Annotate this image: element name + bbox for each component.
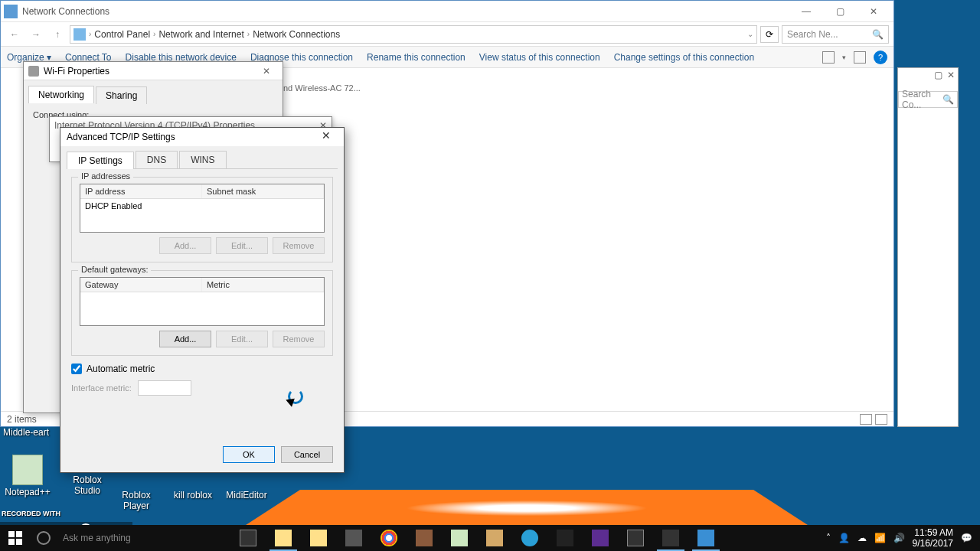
- view-options-icon[interactable]: [822, 51, 835, 64]
- search-icon: 🔍: [942, 94, 954, 105]
- close-button[interactable]: ✕: [255, 66, 278, 77]
- tray-chevron-icon[interactable]: ˄: [826, 533, 831, 543]
- refresh-button[interactable]: ⟳: [760, 26, 779, 43]
- svg-rect-2: [8, 539, 15, 545]
- crumb-control-panel[interactable]: Control Panel: [94, 29, 150, 40]
- tray-people-icon[interactable]: 👤: [838, 533, 850, 543]
- col-gateway[interactable]: Gateway: [80, 278, 202, 292]
- preview-pane-icon[interactable]: [854, 51, 866, 64]
- advanced-tcpip-dialog: Advanced TCP/IP Settings ✕ IP Settings D…: [60, 127, 345, 473]
- minimize-button[interactable]: —: [789, 2, 823, 21]
- col-metric[interactable]: Metric: [202, 278, 324, 292]
- close-button[interactable]: ✕: [315, 129, 338, 145]
- tab-dns[interactable]: DNS: [136, 151, 178, 168]
- help-icon[interactable]: ?: [874, 51, 887, 64]
- tray-volume-icon[interactable]: 🔊: [893, 533, 905, 543]
- details-view-icon[interactable]: [860, 414, 872, 425]
- task-view-button[interactable]: [231, 525, 265, 551]
- taskbar: Ask me anything ˄ 👤 ☁ 📶 🔊 11:59 AM 9/16/…: [0, 525, 980, 551]
- chevron-down-icon[interactable]: ▾: [842, 54, 846, 61]
- tab-sharing[interactable]: Sharing: [96, 86, 147, 104]
- taskbar-app-control-panel[interactable]: [689, 525, 723, 551]
- automatic-metric-label: Automatic metric: [87, 364, 155, 374]
- network-icon: [4, 5, 18, 18]
- desktop-icon-roblox-studio[interactable]: Roblox Studio: [63, 474, 112, 496]
- default-gateways-group: Default gateways: Gateway Metric Add... …: [71, 270, 333, 356]
- breadcrumb[interactable]: › Control Panel › Network and Internet ›…: [70, 25, 757, 44]
- tab-networking[interactable]: Networking: [28, 86, 94, 103]
- tab-ip-settings[interactable]: IP Settings: [67, 152, 134, 169]
- forward-button[interactable]: →: [27, 25, 45, 44]
- list-item[interactable]: DHCP Enabled: [80, 199, 324, 213]
- ip-addresses-list[interactable]: IP address Subnet mask DHCP Enabled: [80, 184, 325, 233]
- ip-remove-button: Remove: [273, 237, 325, 254]
- maximize-button[interactable]: ▢: [823, 2, 857, 21]
- taskbar-clock[interactable]: 11:59 AM 9/16/2017: [913, 527, 953, 549]
- taskbar-app-explorer[interactable]: [266, 525, 300, 551]
- taskbar-app-generic4[interactable]: [619, 525, 652, 551]
- cortana-search-input[interactable]: Ask me anything: [57, 533, 225, 543]
- ip-addresses-group: IP addresses IP address Subnet mask DHCP…: [71, 177, 333, 262]
- search-icon: 🔍: [872, 29, 884, 40]
- cancel-button[interactable]: Cancel: [281, 446, 333, 463]
- close-button[interactable]: ✕: [857, 2, 890, 21]
- dialog-titlebar[interactable]: Advanced TCP/IP Settings ✕: [60, 128, 344, 146]
- desktop-icon-kill-roblox[interactable]: kill roblox: [168, 490, 217, 500]
- desktop-icon-middle-earth[interactable]: Middle-eart: [2, 427, 51, 438]
- crumb-network-connections[interactable]: Network Connections: [253, 29, 340, 40]
- taskbar-app-calculator[interactable]: [337, 525, 371, 551]
- tray-network-icon[interactable]: 📶: [874, 533, 886, 543]
- taskbar-app-vs[interactable]: [583, 525, 617, 551]
- tray-onedrive-icon[interactable]: ☁: [858, 533, 867, 543]
- ip-edit-button: Edit...: [216, 237, 268, 254]
- taskbar-app-settings[interactable]: [654, 525, 688, 551]
- tab-wins[interactable]: WINS: [179, 151, 226, 168]
- breadcrumb-icon: [74, 28, 86, 41]
- titlebar[interactable]: Network Connections — ▢ ✕: [1, 1, 893, 22]
- desktop-icon-roblox-player[interactable]: Roblox Player: [112, 490, 161, 511]
- chevron-down-icon[interactable]: ⌄: [747, 30, 753, 38]
- svg-rect-0: [8, 531, 15, 537]
- ok-button[interactable]: OK: [223, 446, 275, 463]
- gw-remove-button: Remove: [273, 331, 325, 347]
- taskbar-app-generic1[interactable]: [407, 525, 441, 551]
- rename-button[interactable]: Rename this connection: [367, 52, 466, 63]
- svg-rect-1: [16, 531, 22, 537]
- tabstrip: IP Settings DNS WINS: [67, 151, 338, 169]
- up-button[interactable]: ↑: [48, 25, 67, 44]
- taskbar-app-explorer2[interactable]: [302, 525, 335, 551]
- start-button[interactable]: [0, 525, 31, 551]
- col-subnet-mask[interactable]: Subnet mask: [202, 184, 324, 198]
- taskbar-app-generic2[interactable]: [478, 525, 511, 551]
- secondary-search[interactable]: Search Co... 🔍: [898, 91, 958, 108]
- wifi-adapter-tile[interactable]: 2 l Band Wireless-AC 72...: [269, 74, 376, 105]
- taskbar-app-notepadpp[interactable]: [443, 525, 476, 551]
- wifi-icon: [28, 66, 39, 77]
- large-icons-view-icon[interactable]: [875, 414, 887, 425]
- change-settings-button[interactable]: Change settings of this connection: [614, 52, 754, 63]
- gw-add-button[interactable]: Add...: [159, 331, 211, 347]
- search-input[interactable]: Search Ne... 🔍: [782, 25, 889, 44]
- action-center-icon[interactable]: 💬: [961, 533, 972, 543]
- close-button[interactable]: ✕: [947, 70, 955, 82]
- wallpaper-swoosh: [243, 490, 810, 527]
- desktop-icon-midieditor[interactable]: MidiEditor: [222, 490, 271, 500]
- cortana-button[interactable]: [31, 525, 57, 551]
- col-ip-address[interactable]: IP address: [80, 184, 202, 198]
- crumb-network-internet[interactable]: Network and Internet: [158, 29, 243, 40]
- notepadpp-icon: [12, 455, 43, 485]
- dialog-titlebar[interactable]: Wi-Fi Properties ✕: [24, 62, 283, 80]
- window-title: Network Connections: [22, 6, 789, 17]
- automatic-metric-checkbox[interactable]: [71, 364, 82, 374]
- desktop-icon-notepadpp[interactable]: Notepad++: [3, 455, 52, 497]
- gateways-list[interactable]: Gateway Metric: [80, 277, 325, 326]
- gw-edit-button: Edit...: [216, 331, 268, 347]
- dialog-title: Advanced TCP/IP Settings: [67, 132, 175, 142]
- taskbar-app-chrome[interactable]: [372, 525, 406, 551]
- taskbar-app-cmd[interactable]: [548, 525, 582, 551]
- maximize-button[interactable]: ▢: [934, 70, 942, 82]
- view-status-button[interactable]: View status of this connection: [479, 52, 600, 63]
- back-button[interactable]: ←: [5, 25, 24, 44]
- taskbar-app-generic3[interactable]: [513, 525, 547, 551]
- svg-rect-3: [16, 539, 22, 545]
